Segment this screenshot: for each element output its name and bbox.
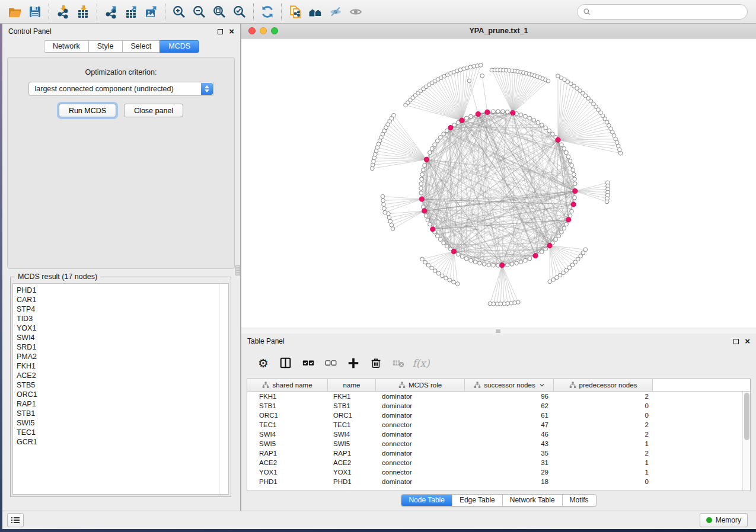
table-row[interactable]: FKH1FKH1dominator962 [247,392,750,401]
task-history-button[interactable] [7,513,24,527]
mcds-hub-node[interactable] [424,157,429,162]
network-node[interactable] [421,205,425,209]
network-node[interactable] [501,110,505,114]
network-node[interactable] [420,177,424,181]
result-list-item[interactable]: STP4 [13,305,228,314]
network-hscrollbar[interactable] [241,328,756,334]
float-table-panel-icon[interactable] [733,339,739,344]
network-node[interactable] [448,278,452,283]
zoom-out-icon[interactable] [189,3,209,21]
zoom-fit-icon[interactable] [209,3,229,21]
network-node[interactable] [540,123,544,127]
close-table-panel-icon[interactable]: × [745,338,750,344]
network-node[interactable] [536,120,540,124]
network-node[interactable] [438,238,442,242]
network-node[interactable] [479,63,483,68]
tab-mcds[interactable]: MCDS [160,40,199,53]
export-image-icon[interactable] [141,3,161,21]
network-node[interactable] [464,116,468,120]
result-list-item[interactable]: FKH1 [13,361,228,371]
table-scrollbar[interactable] [742,392,750,491]
mcds-hub-node[interactable] [460,118,464,123]
network-node[interactable] [572,172,576,177]
import-table-icon[interactable] [73,3,93,21]
mcds-hub-node[interactable] [556,137,560,142]
network-node[interactable] [419,187,423,191]
network-node[interactable] [473,260,477,264]
table-row[interactable]: SWI4SWI4dominator462 [247,430,750,439]
network-node[interactable] [510,262,514,267]
network-node[interactable] [469,258,473,262]
network-node[interactable] [618,148,622,152]
save-session-icon[interactable] [25,3,45,21]
column-header-name[interactable]: name [328,379,376,391]
tab-select[interactable]: Select [122,40,161,53]
mcds-hub-node[interactable] [533,254,538,258]
network-node[interactable] [544,247,548,251]
network-node[interactable] [419,191,423,196]
result-list-item[interactable]: ORC1 [13,390,228,399]
network-node[interactable] [423,164,427,168]
network-node[interactable] [488,302,492,306]
first-neighbors-icon[interactable] [305,3,326,21]
result-list-item[interactable]: YOX1 [13,323,228,333]
zoom-in-icon[interactable] [169,3,189,21]
result-list-item[interactable]: CAR1 [13,295,228,305]
tab-motifs[interactable]: Motifs [563,495,596,506]
column-header-successor-nodes[interactable]: successor nodes [465,379,554,391]
network-node[interactable] [426,218,430,222]
table-row[interactable]: YOX1YOX1connector291 [247,467,750,477]
network-node[interactable] [433,143,437,147]
network-node[interactable] [444,276,448,280]
mcds-hub-node[interactable] [511,110,515,115]
network-node[interactable] [548,280,552,284]
network-node[interactable] [505,110,509,114]
network-hscroll-thumb[interactable] [496,329,500,333]
network-canvas[interactable] [241,39,756,328]
run-mcds-button[interactable]: Run MCDS [59,104,116,117]
network-node[interactable] [478,261,482,265]
close-panel-button[interactable]: Close panel [124,104,183,117]
result-list-item[interactable]: STB5 [13,380,228,390]
export-table-icon[interactable] [121,3,141,21]
tab-style[interactable]: Style [88,40,123,53]
network-node[interactable] [570,209,574,213]
network-node[interactable] [371,163,375,167]
network-node[interactable] [370,166,374,171]
network-node[interactable] [560,230,564,235]
network-node[interactable] [496,110,500,114]
show-columns-icon[interactable] [275,353,297,373]
add-column-icon[interactable] [342,353,365,373]
network-node[interactable] [524,258,528,262]
network-node[interactable] [560,143,564,147]
mcds-hub-node[interactable] [485,110,490,114]
network-node[interactable] [519,260,523,264]
network-node[interactable] [382,203,386,207]
search-input[interactable] [594,6,747,18]
table-row[interactable]: TEC1TEC1connector472 [247,420,750,430]
column-header-predecessor-nodes[interactable]: predecessor nodes [554,379,653,391]
network-node[interactable] [433,269,437,273]
mcds-hub-node[interactable] [571,202,576,207]
show-all-icon[interactable] [346,3,366,21]
network-node[interactable] [515,261,519,265]
open-file-icon[interactable] [5,3,25,21]
network-node[interactable] [442,132,446,136]
network-node[interactable] [562,146,566,150]
mcds-hub-node[interactable] [430,227,435,232]
network-node[interactable] [383,210,387,214]
table-row[interactable]: STB1STB1dominator620 [247,401,750,411]
mcds-hub-node[interactable] [419,197,424,201]
network-node[interactable] [480,74,484,78]
network-node[interactable] [492,110,496,114]
network-node[interactable] [571,168,575,172]
result-list-item[interactable]: SRD1 [13,342,228,352]
network-node[interactable] [419,182,423,186]
tab-node-table[interactable]: Node Table [401,495,452,506]
network-node[interactable] [428,150,432,155]
result-list-item[interactable]: ACE2 [13,371,228,380]
network-node[interactable] [570,164,574,168]
result-list-item[interactable]: PMA2 [13,352,228,361]
network-node[interactable] [546,79,550,83]
network-node[interactable] [435,234,439,238]
